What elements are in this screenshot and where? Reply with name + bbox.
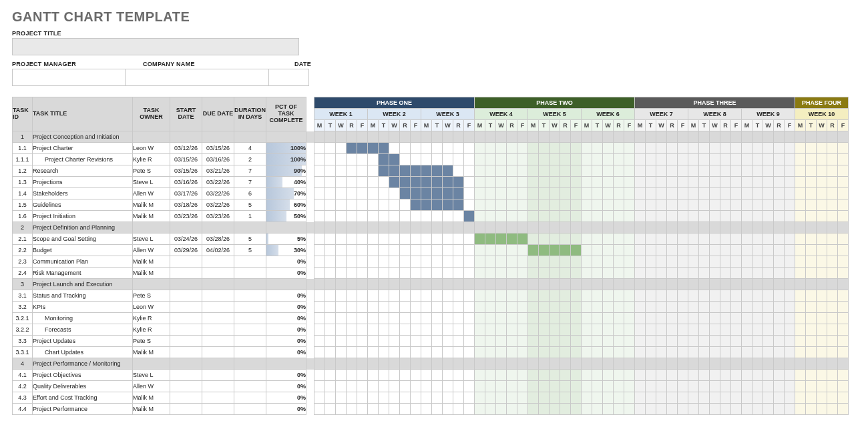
task-id-cell[interactable]: 1.3	[13, 177, 33, 188]
duration-cell[interactable]	[234, 324, 266, 336]
task-id-cell[interactable]: 2.4	[13, 268, 33, 279]
pct-complete-cell[interactable]: 100%	[266, 154, 306, 165]
task-title-cell[interactable]: Scope and Goal Setting	[33, 234, 133, 245]
task-id-cell[interactable]: 4.3	[13, 392, 33, 404]
due-date-cell[interactable]	[202, 268, 234, 279]
task-owner-cell[interactable]: Pete S	[133, 290, 170, 302]
task-owner-cell[interactable]: Kylie R	[133, 154, 170, 165]
pct-complete-cell[interactable]: 100%	[266, 143, 306, 154]
start-date-cell[interactable]	[170, 370, 202, 381]
due-date-cell[interactable]: 04/02/26	[202, 245, 234, 256]
task-title-cell[interactable]: Project Charter	[33, 143, 133, 154]
task-id-cell[interactable]: 4.4	[13, 404, 33, 415]
pct-complete-cell[interactable]: 90%	[266, 165, 306, 177]
task-owner-cell[interactable]: Malik M	[133, 268, 170, 279]
due-date-cell[interactable]	[202, 347, 234, 358]
pct-complete-cell[interactable]	[266, 222, 306, 234]
due-date-cell[interactable]	[202, 358, 234, 370]
pct-complete-cell[interactable]: 0%	[266, 370, 306, 381]
start-date-cell[interactable]	[170, 222, 202, 234]
due-date-cell[interactable]: 03/22/26	[202, 177, 234, 188]
duration-cell[interactable]: 6	[234, 188, 266, 199]
start-date-cell[interactable]	[170, 392, 202, 404]
start-date-cell[interactable]: 03/23/26	[170, 211, 202, 222]
duration-cell[interactable]: 5	[234, 245, 266, 256]
project-manager-input[interactable]	[12, 69, 126, 86]
duration-cell[interactable]	[234, 302, 266, 313]
start-date-cell[interactable]	[170, 313, 202, 324]
start-date-cell[interactable]	[170, 302, 202, 313]
duration-cell[interactable]: 2	[234, 154, 266, 165]
start-date-cell[interactable]	[170, 347, 202, 358]
task-title-cell[interactable]: Project Conception and Initiation	[33, 131, 133, 143]
task-id-cell[interactable]: 3	[13, 279, 33, 290]
duration-cell[interactable]	[234, 358, 266, 370]
duration-cell[interactable]	[234, 131, 266, 143]
task-id-cell[interactable]: 3.2.2	[13, 324, 33, 336]
task-id-cell[interactable]: 4	[13, 358, 33, 370]
due-date-cell[interactable]	[202, 381, 234, 392]
start-date-cell[interactable]: 03/12/26	[170, 143, 202, 154]
due-date-cell[interactable]: 03/21/26	[202, 165, 234, 177]
duration-cell[interactable]	[234, 404, 266, 415]
duration-cell[interactable]	[234, 313, 266, 324]
task-owner-cell[interactable]	[133, 358, 170, 370]
duration-cell[interactable]: 4	[234, 143, 266, 154]
task-id-cell[interactable]: 4.1	[13, 370, 33, 381]
start-date-cell[interactable]: 03/15/26	[170, 154, 202, 165]
start-date-cell[interactable]: 03/16/26	[170, 177, 202, 188]
pct-complete-cell[interactable]: 0%	[266, 290, 306, 302]
task-owner-cell[interactable]: Leon W	[133, 143, 170, 154]
start-date-cell[interactable]: 03/18/26	[170, 199, 202, 211]
pct-complete-cell[interactable]: 0%	[266, 336, 306, 347]
duration-cell[interactable]: 5	[234, 234, 266, 245]
task-owner-cell[interactable]: Malik M	[133, 347, 170, 358]
task-owner-cell[interactable]: Leon W	[133, 302, 170, 313]
task-id-cell[interactable]: 3.3	[13, 336, 33, 347]
task-id-cell[interactable]: 4.2	[13, 381, 33, 392]
task-owner-cell[interactable]: Malik M	[133, 211, 170, 222]
pct-complete-cell[interactable]: 50%	[266, 211, 306, 222]
task-title-cell[interactable]: Project Launch and Execution	[33, 279, 133, 290]
task-id-cell[interactable]: 1.6	[13, 211, 33, 222]
pct-complete-cell[interactable]: 0%	[266, 324, 306, 336]
task-title-cell[interactable]: Guidelines	[33, 199, 133, 211]
task-owner-cell[interactable]: Steve L	[133, 177, 170, 188]
task-id-cell[interactable]: 1	[13, 131, 33, 143]
duration-cell[interactable]	[234, 381, 266, 392]
pct-complete-cell[interactable]	[266, 279, 306, 290]
task-id-cell[interactable]: 1.1.1	[13, 154, 33, 165]
task-title-cell[interactable]: Budget	[33, 245, 133, 256]
due-date-cell[interactable]: 03/22/26	[202, 188, 234, 199]
task-title-cell[interactable]: Forecasts	[33, 324, 133, 336]
date-input[interactable]	[269, 69, 309, 86]
task-title-cell[interactable]: Quality Deliverables	[33, 381, 133, 392]
duration-cell[interactable]	[234, 279, 266, 290]
task-owner-cell[interactable]: Malik M	[133, 199, 170, 211]
pct-complete-cell[interactable]: 0%	[266, 392, 306, 404]
due-date-cell[interactable]: 03/28/26	[202, 234, 234, 245]
project-title-input[interactable]	[12, 38, 299, 55]
task-title-cell[interactable]: Project Performance	[33, 404, 133, 415]
pct-complete-cell[interactable]: 60%	[266, 199, 306, 211]
task-owner-cell[interactable]	[133, 222, 170, 234]
due-date-cell[interactable]	[202, 370, 234, 381]
duration-cell[interactable]	[234, 290, 266, 302]
task-title-cell[interactable]: Risk Management	[33, 268, 133, 279]
start-date-cell[interactable]: 03/29/26	[170, 245, 202, 256]
duration-cell[interactable]: 7	[234, 177, 266, 188]
due-date-cell[interactable]	[202, 302, 234, 313]
task-title-cell[interactable]: Communication Plan	[33, 256, 133, 268]
task-title-cell[interactable]: Project Updates	[33, 336, 133, 347]
pct-complete-cell[interactable]: 0%	[266, 404, 306, 415]
duration-cell[interactable]: 5	[234, 199, 266, 211]
start-date-cell[interactable]: 03/24/26	[170, 234, 202, 245]
due-date-cell[interactable]: 03/23/26	[202, 211, 234, 222]
duration-cell[interactable]	[234, 347, 266, 358]
duration-cell[interactable]	[234, 370, 266, 381]
due-date-cell[interactable]	[202, 324, 234, 336]
start-date-cell[interactable]	[170, 131, 202, 143]
task-owner-cell[interactable]: Pete S	[133, 336, 170, 347]
task-id-cell[interactable]: 2	[13, 222, 33, 234]
company-name-input[interactable]	[126, 69, 269, 86]
